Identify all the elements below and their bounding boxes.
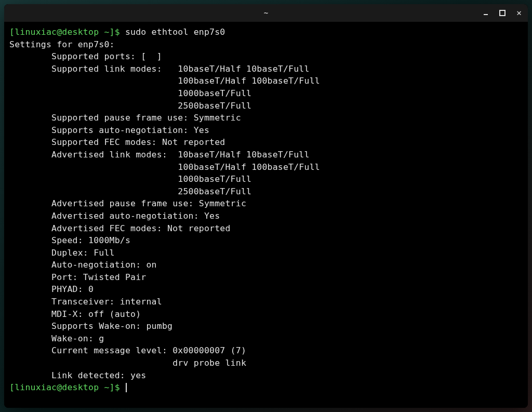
output-line: Advertised FEC modes: Not reported: [9, 222, 523, 235]
titlebar[interactable]: ~ ✕: [4, 4, 528, 22]
shell-prompt: [linuxiac@desktop ~]$: [9, 27, 125, 37]
output-line: Auto-negotiation: on: [9, 259, 523, 271]
output-header: Settings for enp7s0:: [9, 38, 523, 51]
output-line: Supports auto-negotiation: Yes: [9, 124, 523, 137]
cursor: [126, 383, 127, 392]
minimize-icon[interactable]: [481, 8, 490, 18]
output-body: Supported ports: [ ] Supported link mode…: [9, 50, 523, 381]
output-line: MDI-X: off (auto): [9, 308, 523, 321]
output-line: Advertised auto-negotiation: Yes: [9, 210, 523, 222]
output-line: drv probe link: [9, 357, 523, 369]
output-line: Supported FEC modes: Not reported: [9, 136, 523, 149]
output-line: Duplex: Full: [9, 247, 523, 259]
output-line: Supported link modes: 10baseT/Half 10bas…: [9, 63, 523, 75]
command-text: sudo ethtool enp7s0: [125, 27, 225, 37]
output-line: Link detected: yes: [9, 369, 523, 382]
output-line: 100baseT/Half 100baseT/Full: [9, 75, 523, 87]
output-line: 1000baseT/Full: [9, 87, 523, 100]
output-line: Supported pause frame use: Symmetric: [9, 112, 523, 124]
prompt-line-1: [linuxiac@desktop ~]$ sudo ethtool enp7s…: [9, 26, 523, 38]
output-line: 2500baseT/Full: [9, 185, 523, 198]
prompt-line-2: [linuxiac@desktop ~]$: [9, 381, 523, 394]
terminal-window: ~ ✕ [linuxiac@desktop ~]$ sudo ethtool e…: [4, 4, 528, 408]
output-line: Advertised pause frame use: Symmetric: [9, 197, 523, 210]
output-line: Supported ports: [ ]: [9, 50, 523, 63]
maximize-icon[interactable]: [498, 8, 507, 18]
output-line: 1000baseT/Full: [9, 173, 523, 185]
output-line: Port: Twisted Pair: [9, 271, 523, 284]
shell-prompt: [linuxiac@desktop ~]$: [9, 382, 125, 392]
output-line: PHYAD: 0: [9, 283, 523, 296]
output-line: 2500baseT/Full: [9, 100, 523, 112]
output-line: Transceiver: internal: [9, 296, 523, 308]
output-line: Speed: 1000Mb/s: [9, 234, 523, 247]
close-icon[interactable]: ✕: [514, 8, 524, 18]
output-line: 100baseT/Half 100baseT/Full: [9, 161, 523, 174]
window-controls: ✕: [481, 4, 524, 22]
window-title: ~: [264, 9, 268, 17]
output-line: Supports Wake-on: pumbg: [9, 320, 523, 333]
output-line: Advertised link modes: 10baseT/Half 10ba…: [9, 149, 523, 161]
terminal-content[interactable]: [linuxiac@desktop ~]$ sudo ethtool enp7s…: [4, 22, 528, 408]
output-line: Wake-on: g: [9, 333, 523, 345]
output-line: Current message level: 0x00000007 (7): [9, 344, 523, 357]
